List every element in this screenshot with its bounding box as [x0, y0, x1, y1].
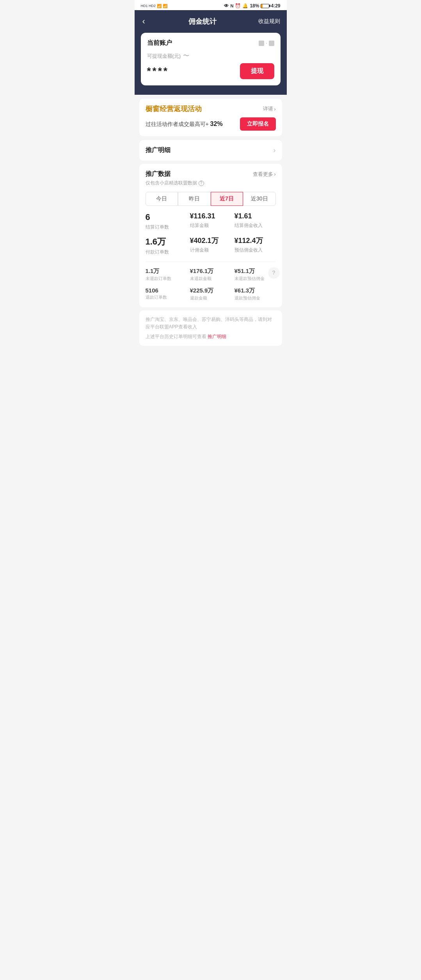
status-bar: HD1 HD2 📶 📶 👁 N ⏰ 🔔 18% 4:29 [135, 0, 287, 10]
time-display: 4:29 [271, 3, 280, 9]
back-button[interactable]: ‹ [141, 15, 147, 28]
stat-value-paid-orders: 1.6万 [146, 237, 187, 247]
signal-5g: 📶 [163, 4, 167, 8]
signup-button[interactable]: 立即报名 [240, 117, 276, 131]
stat-value-settled-amount: ¥116.31 [190, 212, 231, 221]
stat-settled-amount: ¥116.31 结算金额 [190, 212, 231, 230]
dot-sep: · [265, 39, 267, 47]
secondary-stats: 1.1万 未退款订单数 ¥176.1万 未退款金额 ¥51.1万 未退款预估佣金… [146, 262, 276, 301]
stat-value-commission-amount: ¥402.1万 [190, 237, 231, 245]
stat-value-estimated-commission: ¥112.4万 [234, 237, 276, 245]
chevron-right-icon: › [274, 106, 275, 112]
alarm-icon: ⏰ [235, 3, 241, 9]
secondary-grid-1: 1.1万 未退款订单数 ¥176.1万 未退款金额 ¥51.1万 未退款预估佣金… [146, 268, 276, 282]
hide-eye-icon[interactable]: 〜 [183, 52, 189, 60]
stat-label-settled-orders: 结算订单数 [146, 224, 187, 230]
val-no-refund-amount: ¥176.1万 [190, 268, 231, 275]
stat-settled-commission: ¥1.61 结算佣金收入 [234, 212, 276, 230]
stat-label-estimated-commission: 预估佣金收入 [234, 247, 276, 253]
account-amount: **** [147, 65, 169, 77]
promo-banner: 橱窗经营返现活动 详请 › 过往活动作者成交最高可+ 32% 立即报名 [139, 99, 282, 136]
lbl-refund-commission: 退款预估佣金 [234, 295, 276, 301]
tab-30days[interactable]: 近30日 [243, 192, 276, 206]
stat-settled-orders: 6 结算订单数 [146, 212, 187, 230]
n-icon: N [230, 4, 233, 8]
val-refund-amount: ¥225.9万 [190, 287, 231, 294]
stats-header: 推广数据 查看更多 › [146, 170, 276, 178]
lbl-no-refund-amount: 未退款金额 [190, 276, 231, 282]
promotion-detail-title: 推广明细 [146, 146, 171, 154]
amount-row: **** 提现 [147, 63, 274, 79]
eye-status: 👁 [224, 3, 229, 9]
account-card: 当前账户 · 可提现金额(元) 〜 **** 提现 [135, 33, 287, 95]
stat-paid-orders: 1.6万 付款订单数 [146, 237, 187, 255]
lbl-refund-orders: 退款订单数 [146, 294, 187, 300]
question-help-button[interactable]: ? [269, 268, 279, 278]
promotion-detail-link[interactable]: 推广明细 [208, 334, 226, 339]
amount-label: 可提现金额(元) 〜 [147, 52, 274, 60]
status-right: 👁 N ⏰ 🔔 18% 4:29 [224, 3, 280, 9]
stat-no-refund-amount: ¥176.1万 未退款金额 [190, 268, 231, 282]
status-left: HD1 HD2 📶 📶 [141, 4, 168, 8]
icon-sq1 [259, 41, 264, 46]
stat-label-settled-amount: 结算金额 [190, 222, 231, 229]
stats-subtitle: 仅包含小店精选联盟数据 ? [146, 180, 276, 186]
signal-4g: 📶 [157, 4, 162, 8]
primary-stats-grid: 6 结算订单数 ¥116.31 结算金额 ¥1.61 结算佣金收入 1.6万 付… [146, 212, 276, 255]
stat-label-paid-orders: 付款订单数 [146, 249, 187, 255]
lbl-refund-amount: 退款金额 [190, 295, 231, 301]
stat-value-settled-orders: 6 [146, 212, 187, 222]
earnings-rules-button[interactable]: 收益规则 [258, 18, 280, 25]
bottom-note-text: 推广淘宝、京东、唯品会、苏宁易购、洋码头等商品，请到对应平台联盟APP查看收入 [146, 316, 276, 331]
stats-tabs: 今日 昨日 近7日 近30日 [146, 192, 276, 206]
status-hd-label: HD1 HD2 [141, 4, 156, 8]
stat-commission-amount: ¥402.1万 计佣金额 [190, 237, 231, 255]
promo-detail-link[interactable]: 详请 › [263, 105, 275, 112]
battery-percent: 18% [250, 3, 259, 9]
stat-refund-commission: ¥61.3万 退款预估佣金 [234, 287, 276, 301]
stat-estimated-commission: ¥112.4万 预估佣金收入 [234, 237, 276, 255]
stat-label-commission-amount: 计佣金额 [190, 247, 231, 253]
chevron-right-icon: › [274, 146, 276, 154]
withdraw-button[interactable]: 提现 [240, 63, 274, 79]
stats-title: 推广数据 [146, 170, 171, 178]
header: ‹ 佣金统计 收益规则 [135, 10, 287, 33]
promo-top: 橱窗经营返现活动 详请 › [146, 104, 276, 113]
promo-bottom: 过往活动作者成交最高可+ 32% 立即报名 [146, 117, 276, 131]
stat-value-settled-commission: ¥1.61 [234, 212, 276, 221]
tab-yesterday[interactable]: 昨日 [178, 192, 211, 206]
val-refund-commission: ¥61.3万 [234, 287, 276, 294]
account-title: 当前账户 [147, 39, 172, 47]
promo-desc: 过往活动作者成交最高可+ 32% [146, 121, 223, 128]
bell-icon: 🔔 [242, 3, 248, 9]
help-icon[interactable]: ? [199, 181, 204, 186]
bottom-note-link: 上述平台历史订单明细可查看 推广明细 [146, 333, 276, 340]
battery-icon [261, 4, 269, 8]
tab-7days[interactable]: 近7日 [211, 192, 243, 206]
account-icon: · [259, 39, 274, 47]
account-header: 当前账户 · [147, 39, 274, 47]
val-refund-orders: 5106 [146, 287, 187, 294]
bottom-note: 推广淘宝、京东、唯品会、苏宁易购、洋码头等商品，请到对应平台联盟APP查看收入 … [139, 310, 282, 346]
chevron-right-icon: › [274, 171, 275, 177]
tab-today[interactable]: 今日 [146, 192, 178, 206]
account-inner: 当前账户 · 可提现金额(元) 〜 **** 提现 [141, 33, 281, 85]
stats-more-link[interactable]: 查看更多 › [253, 171, 275, 178]
promotion-detail-row[interactable]: 推广明细 › [139, 140, 282, 161]
lbl-no-refund-commission: 未退款预估佣金 [234, 276, 276, 282]
lbl-no-refund-orders: 未退款订单数 [146, 276, 187, 282]
secondary-grid-2: 5106 退款订单数 ¥225.9万 退款金额 ¥61.3万 退款预估佣金 [146, 287, 276, 301]
stat-no-refund-orders: 1.1万 未退款订单数 [146, 268, 187, 282]
promo-title: 橱窗经营返现活动 [146, 104, 202, 113]
stat-label-settled-commission: 结算佣金收入 [234, 222, 276, 229]
icon-sq2 [269, 41, 274, 46]
stats-section: 推广数据 查看更多 › 仅包含小店精选联盟数据 ? 今日 昨日 近7日 近30日… [139, 164, 282, 307]
val-no-refund-orders: 1.1万 [146, 268, 187, 275]
stat-refund-orders: 5106 退款订单数 [146, 287, 187, 301]
stat-refund-amount: ¥225.9万 退款金额 [190, 287, 231, 301]
page-title: 佣金统计 [188, 17, 217, 26]
